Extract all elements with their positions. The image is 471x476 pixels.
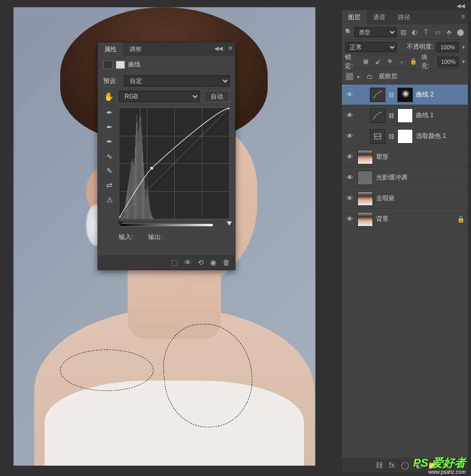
layer-fx-icon[interactable]: fx bbox=[389, 461, 395, 469]
clip-warning-icon[interactable]: ⚠ bbox=[104, 194, 115, 205]
lock-transparency-icon[interactable]: ▦ bbox=[362, 57, 370, 66]
edit-points-icon[interactable]: ∿ bbox=[104, 151, 115, 161]
layers-panel-header: 图层 通道 路径 ≡ bbox=[342, 10, 468, 24]
channel-select[interactable]: RGB bbox=[119, 91, 200, 102]
opacity-label: 不透明度: bbox=[407, 43, 433, 51]
chevron-down-icon[interactable]: ▾ bbox=[462, 59, 465, 64]
lock-position-icon[interactable]: ✥ bbox=[385, 57, 394, 66]
mask-thumbnail[interactable] bbox=[397, 88, 413, 102]
link-mask-icon[interactable]: ⛓ bbox=[389, 113, 394, 119]
tab-layers[interactable]: 图层 bbox=[342, 10, 367, 25]
white-point-slider[interactable] bbox=[227, 221, 232, 226]
layer-thumbnail bbox=[357, 150, 373, 164]
svg-rect-67 bbox=[228, 108, 229, 109]
auto-button[interactable]: 自动 bbox=[204, 91, 230, 102]
tab-channels[interactable]: 通道 bbox=[367, 10, 392, 25]
properties-panel-header: 属性 调整 ◀◀ ✕ bbox=[98, 43, 235, 56]
expand-arrow-icon[interactable]: ▸ bbox=[357, 74, 360, 79]
lock-all-icon[interactable]: 🔒 bbox=[409, 57, 418, 66]
curve-line[interactable] bbox=[119, 108, 229, 218]
visibility-toggle-icon[interactable]: 👁 bbox=[345, 174, 354, 181]
layers-collapse-icon[interactable]: ◀◀ bbox=[456, 3, 465, 9]
preset-select[interactable]: 自定 bbox=[124, 75, 230, 87]
search-icon: 🔍 bbox=[345, 29, 352, 35]
curves-tool-column: ✒ ✒ ✒ ∿ ✎ ⇄ ⚠ bbox=[103, 107, 116, 219]
layer-name: 选取颜色 1 bbox=[416, 132, 446, 141]
visibility-toggle-icon[interactable]: 👁 bbox=[345, 215, 354, 223]
pencil-icon[interactable]: ✎ bbox=[104, 165, 115, 176]
layer-row[interactable]: 👁 光影缓冲调 bbox=[342, 167, 468, 188]
panel-close-icon[interactable]: ✕ bbox=[228, 45, 233, 52]
layer-thumbnail bbox=[357, 171, 373, 185]
input-slider[interactable] bbox=[98, 222, 235, 230]
visibility-toggle-icon[interactable]: ⬜ bbox=[345, 73, 354, 80]
link-mask-icon[interactable]: ⛓ bbox=[389, 133, 394, 139]
layer-list: ⬜ ▸ 🗀 观察层 👁 ⛓ 曲线 2 👁 ⛓ 曲线 1 👁 ⛓ 选取颜色 1 👁 bbox=[342, 69, 468, 230]
layer-name: 去瑕疵 bbox=[376, 194, 395, 203]
visibility-toggle-icon[interactable]: 👁 bbox=[345, 91, 354, 99]
fill-value[interactable]: 100% bbox=[437, 57, 459, 67]
eyedropper-white-icon[interactable]: ✒ bbox=[104, 136, 115, 147]
filter-image-icon[interactable]: ▨ bbox=[399, 27, 408, 37]
layer-name: 观察层 bbox=[379, 72, 397, 81]
filter-toggle-icon[interactable]: ⬤ bbox=[455, 27, 465, 37]
visibility-toggle-icon[interactable]: 👁 bbox=[345, 111, 354, 119]
filter-text-icon[interactable]: T bbox=[421, 27, 431, 37]
filter-adjustment-icon[interactable]: ◐ bbox=[410, 27, 419, 37]
filter-type-select[interactable]: 类型 bbox=[354, 27, 397, 37]
eyedropper-black-icon[interactable]: ✒ bbox=[104, 107, 115, 118]
panel-menu-icon[interactable]: ≡ bbox=[461, 13, 465, 20]
eyedropper-gray-icon[interactable]: ✒ bbox=[104, 122, 115, 132]
opacity-value[interactable]: 100% bbox=[436, 42, 459, 52]
tab-adjustments[interactable]: 调整 bbox=[123, 43, 148, 57]
smooth-icon[interactable]: ⇄ bbox=[104, 180, 115, 190]
visibility-toggle-icon[interactable]: 👁 bbox=[345, 194, 354, 202]
filter-shape-icon[interactable]: ▭ bbox=[433, 27, 442, 37]
view-previous-icon[interactable]: 👁 bbox=[184, 258, 191, 267]
adjustment-thumbnail bbox=[370, 108, 385, 123]
targeted-adjustment-icon[interactable]: ✋ bbox=[103, 91, 115, 102]
layer-row[interactable]: 👁 ⛓ 曲线 1 bbox=[342, 105, 468, 126]
link-mask-icon[interactable]: ⛓ bbox=[389, 92, 394, 98]
output-label: 输出: bbox=[148, 233, 162, 242]
svg-rect-66 bbox=[150, 167, 153, 170]
layer-row[interactable]: 👁 去瑕疵 bbox=[342, 188, 468, 209]
delete-adjustment-icon[interactable]: 🗑 bbox=[223, 258, 230, 267]
layer-row[interactable]: 👁 ⛓ 曲线 2 bbox=[342, 85, 468, 105]
tab-paths[interactable]: 路径 bbox=[392, 10, 417, 25]
blend-mode-select[interactable]: 正常 bbox=[345, 42, 397, 52]
svg-rect-60 bbox=[153, 218, 153, 219]
mask-icon[interactable] bbox=[116, 61, 125, 69]
tab-properties[interactable]: 属性 bbox=[98, 43, 123, 57]
layers-panel: ◀◀ 图层 通道 路径 ≡ 🔍 类型 ▨ ◐ T ▭ ⬘ ⬤ 正常 不透明度: … bbox=[341, 9, 468, 473]
fill-label: 填充: bbox=[421, 53, 435, 71]
add-mask-icon[interactable]: ◯ bbox=[401, 461, 409, 469]
properties-panel: 属性 调整 ◀◀ ✕ 曲线 预设: 自定 ✋ RGB 自动 ✒ ✒ ✒ ∿ ✎ … bbox=[98, 42, 236, 270]
filter-smart-icon[interactable]: ⬘ bbox=[444, 27, 453, 37]
layer-row[interactable]: ⬜ ▸ 🗀 观察层 bbox=[342, 69, 468, 85]
panel-collapse-icon[interactable]: ◀◀ bbox=[214, 45, 223, 52]
link-layers-icon[interactable]: ⛓ bbox=[376, 461, 383, 469]
svg-rect-61 bbox=[153, 218, 154, 219]
layer-row[interactable]: 👁 背景 🔒 bbox=[342, 209, 468, 230]
toggle-visibility-icon[interactable]: ◉ bbox=[210, 258, 216, 267]
lock-label: 锁定: bbox=[345, 53, 358, 71]
layer-row[interactable]: 👁 ⛓ 选取颜色 1 bbox=[342, 126, 468, 147]
chevron-down-icon[interactable]: ▾ bbox=[462, 44, 465, 50]
clip-to-layer-icon[interactable]: ⬚ bbox=[171, 258, 178, 267]
svg-rect-65 bbox=[119, 217, 120, 218]
mask-thumbnail[interactable] bbox=[397, 108, 413, 123]
lock-pixels-icon[interactable]: 🖌 bbox=[373, 57, 382, 66]
lock-artboard-icon[interactable]: ⟐ bbox=[397, 57, 406, 66]
svg-rect-3 bbox=[121, 218, 121, 219]
marquee-selection-1[interactable] bbox=[60, 349, 154, 391]
curves-graph[interactable] bbox=[119, 107, 230, 219]
reset-icon[interactable]: ⟲ bbox=[198, 258, 204, 267]
curves-adjustment-icon bbox=[103, 61, 113, 69]
mask-thumbnail[interactable] bbox=[397, 129, 413, 144]
black-point-slider[interactable] bbox=[118, 221, 123, 226]
layer-row[interactable]: 👁 塑形 bbox=[342, 147, 468, 167]
visibility-toggle-icon[interactable]: 👁 bbox=[345, 153, 354, 161]
layer-name: 曲线 1 bbox=[416, 111, 434, 120]
visibility-toggle-icon[interactable]: 👁 bbox=[345, 132, 354, 140]
